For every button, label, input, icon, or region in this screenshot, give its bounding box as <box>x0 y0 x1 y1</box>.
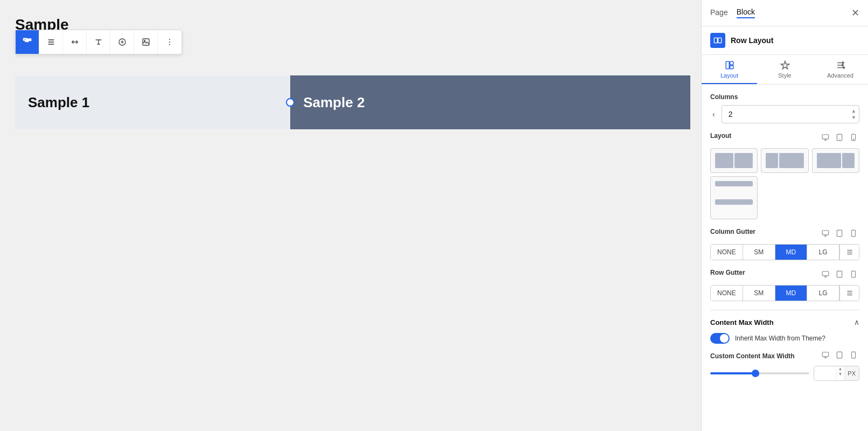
svg-rect-47 <box>837 271 842 277</box>
image-icon <box>142 38 150 46</box>
block-sample2[interactable]: Sample 2 <box>290 75 690 129</box>
sidebar: Page Block ✕ Row Layout Layout <box>701 0 868 431</box>
layout-section: Layout <box>710 132 859 219</box>
add-icon <box>118 38 127 46</box>
inherit-toggle[interactable] <box>710 333 730 344</box>
toolbar-more-button[interactable] <box>158 30 181 54</box>
block-title-row: Row Layout <box>702 26 868 55</box>
columns-input[interactable] <box>722 105 859 123</box>
rg-lg-button[interactable]: LG <box>807 286 839 301</box>
sub-tab-style-label: Style <box>778 72 791 79</box>
custom-width-device-icons <box>820 350 859 362</box>
svg-rect-20 <box>726 61 729 69</box>
columns-spinner: ▲ ▼ <box>850 108 857 121</box>
rg-mobile-icon[interactable] <box>848 269 859 281</box>
cg-mobile-icon[interactable] <box>848 228 859 240</box>
svg-rect-36 <box>822 230 829 234</box>
panel-body: Columns ‹ ▲ ▼ Layout <box>702 85 868 390</box>
cw-desktop-icon[interactable] <box>820 350 831 362</box>
toolbar-move-button[interactable] <box>16 30 39 54</box>
inherit-toggle-label: Inherit Max Width from Theme? <box>735 335 825 342</box>
layout-preview-left-heavy <box>766 153 803 168</box>
layout-option-left-heavy[interactable] <box>761 148 808 173</box>
custom-width-up-button[interactable]: ▲ <box>836 366 844 372</box>
block-resize-handle[interactable] <box>286 98 295 107</box>
list-icon <box>47 38 55 46</box>
svg-point-26 <box>842 62 844 64</box>
custom-width-slider[interactable] <box>710 372 809 374</box>
svg-rect-29 <box>822 134 829 138</box>
columns-input-wrapper: ▲ ▼ <box>722 105 859 123</box>
cg-md-button[interactable]: MD <box>775 245 808 260</box>
cg-custom-button[interactable] <box>839 245 859 260</box>
toolbar-resize-button[interactable] <box>63 30 87 54</box>
columns-up-button[interactable]: ▲ <box>850 108 857 114</box>
rg-desktop-icon[interactable] <box>820 269 831 281</box>
cg-desktop-icon[interactable] <box>820 228 831 240</box>
svg-rect-52 <box>822 352 829 357</box>
svg-point-17 <box>169 44 170 45</box>
svg-rect-2 <box>24 39 26 40</box>
custom-width-down-button[interactable]: ▼ <box>836 372 844 377</box>
tablet-icon-button[interactable] <box>834 133 845 144</box>
columns-down-button[interactable]: ▼ <box>850 115 857 121</box>
cg-none-button[interactable]: NONE <box>711 245 743 260</box>
cw-tablet-icon[interactable] <box>834 350 845 362</box>
toolbar-list-button[interactable] <box>39 30 63 54</box>
close-button[interactable]: ✕ <box>851 8 859 18</box>
toolbar-text-button[interactable] <box>87 30 110 54</box>
block-sample1[interactable]: Sample 1 <box>15 75 290 129</box>
columns-section: Columns ‹ ▲ ▼ <box>710 93 859 123</box>
row-gutter-device-icons <box>820 269 859 281</box>
sub-tab-layout[interactable]: Layout <box>702 55 757 84</box>
custom-width-unit-label: PX <box>844 366 859 380</box>
toolbar-image-button[interactable] <box>134 30 158 54</box>
cg-sm-button[interactable]: SM <box>743 245 775 260</box>
col-block <box>715 153 733 168</box>
svg-point-16 <box>169 41 170 43</box>
layout-label: Layout <box>710 132 731 140</box>
svg-point-28 <box>843 67 844 68</box>
row-gutter-label: Row Gutter <box>710 269 745 276</box>
content-max-width-header[interactable]: Content Max Width ∧ <box>710 318 859 326</box>
svg-rect-39 <box>837 230 842 237</box>
rg-custom-button[interactable] <box>839 286 859 301</box>
resize-icon <box>71 38 79 46</box>
block2-heading: Sample 2 <box>303 94 365 111</box>
layout-option-equal[interactable] <box>710 148 758 173</box>
tab-block[interactable]: Block <box>737 8 755 18</box>
svg-rect-19 <box>718 38 722 43</box>
rg-sm-button[interactable]: SM <box>743 286 775 301</box>
row-gutter-header: Row Gutter <box>710 269 859 281</box>
custom-width-number-input[interactable] <box>814 366 836 380</box>
svg-rect-55 <box>837 352 842 358</box>
cg-tablet-icon[interactable] <box>834 228 845 240</box>
columns-prev-button[interactable]: ‹ <box>710 108 717 121</box>
rg-md-button[interactable]: MD <box>775 286 808 301</box>
custom-width-label: Custom Content Max Width <box>710 352 795 360</box>
sub-tab-advanced[interactable]: Advanced <box>813 55 868 84</box>
sub-tab-style[interactable]: Style <box>757 55 813 84</box>
block-title: Row Layout <box>731 36 773 45</box>
col-block <box>715 181 753 186</box>
svg-point-15 <box>169 39 170 40</box>
block-toolbar <box>15 30 182 54</box>
tab-page[interactable]: Page <box>710 8 728 18</box>
svg-rect-18 <box>714 38 717 43</box>
rg-tablet-icon[interactable] <box>834 269 845 281</box>
svg-rect-56 <box>852 352 856 358</box>
cw-mobile-icon[interactable] <box>848 350 859 362</box>
svg-rect-21 <box>730 61 733 65</box>
desktop-icon-button[interactable] <box>820 133 831 144</box>
cg-lg-button[interactable]: LG <box>807 245 839 260</box>
text-icon <box>94 38 103 46</box>
mobile-icon-button[interactable] <box>848 133 859 144</box>
custom-width-header: Custom Content Max Width <box>710 350 859 362</box>
rg-none-button[interactable]: NONE <box>711 286 743 301</box>
row-gutter-section: Row Gutter NONE SM MD LG <box>710 269 859 301</box>
columns-row: ‹ ▲ ▼ <box>710 105 859 123</box>
toolbar-add-button[interactable] <box>110 30 134 54</box>
layout-option-full[interactable] <box>710 176 758 219</box>
layout-option-right-heavy[interactable] <box>812 148 859 173</box>
advanced-icon <box>836 60 845 70</box>
